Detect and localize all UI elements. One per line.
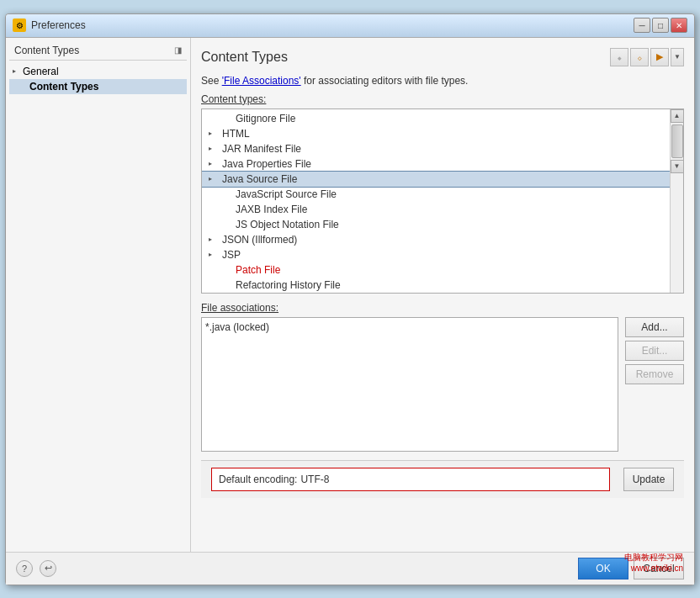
minimize-button[interactable]: ─ [634, 18, 650, 33]
sidebar-general-label: General [23, 66, 59, 77]
ct-label: Java Source File [222, 173, 297, 185]
ct-item-java-properties[interactable]: ▸ Java Properties File [202, 156, 670, 172]
add-button[interactable]: Add... [625, 317, 684, 337]
ct-item-jsp[interactable]: ▸ JSP [202, 247, 670, 262]
ct-label: Java Properties File [222, 158, 311, 170]
ct-label: JSP [222, 249, 241, 261]
footer-left: ? ↩ [16, 560, 56, 577]
encoding-value: UTF-8 [300, 474, 329, 485]
scroll-up-button[interactable]: ▲ [671, 109, 684, 123]
expand-triangle-icon: ▸ [13, 67, 19, 75]
ct-item-patch-file[interactable]: Patch File [202, 262, 670, 278]
ct-expand-icon: ▸ [209, 145, 219, 152]
content-types-label: Content types: [201, 93, 684, 105]
ct-label: JavaScript Source File [236, 188, 337, 200]
ct-label: Refactoring History File [236, 279, 341, 291]
file-associations-section: File associations: *.java (locked) Add..… [201, 302, 684, 452]
restore-defaults-icon[interactable]: ↩ [40, 560, 56, 577]
ct-item-gitignore[interactable]: Gitignore File [202, 111, 670, 126]
ct-item-jar-manifest[interactable]: ▸ JAR Manifest File [202, 141, 670, 156]
sidebar-header: Content Types ◨ [9, 41, 187, 61]
ct-expand-icon: ▸ [209, 130, 219, 137]
forward-arrow-button[interactable]: ▶ [650, 48, 669, 66]
maximize-button[interactable]: □ [652, 18, 669, 33]
window-icon: ⚙ [13, 19, 26, 32]
ct-item-jaxb-index[interactable]: JAXB Index File [202, 202, 670, 217]
scroll-thumb[interactable] [671, 124, 683, 158]
title-controls: ─ □ ✕ [634, 18, 687, 33]
panel-header: Content Types ⬥ ⬦ ▶ ▼ [201, 48, 684, 66]
preferences-window: ⚙ Preferences ─ □ ✕ Content Types ◨ ▸ Ge… [5, 13, 695, 585]
description-suffix: for associating editors with file types. [301, 75, 469, 87]
ct-expand-icon: ▸ [209, 251, 219, 258]
ct-item-js-object-notation[interactable]: JS Object Notation File [202, 217, 670, 232]
ok-button[interactable]: OK [578, 558, 628, 579]
ct-label: JS Object Notation File [236, 219, 339, 230]
ct-expand-icon: ▸ [209, 175, 219, 183]
file-assoc-buttons: Add... Edit... Remove [625, 317, 684, 452]
nav-dropdown-button[interactable]: ▼ [671, 48, 684, 66]
ct-item-java-source[interactable]: ▸ Java Source File [202, 172, 670, 187]
file-assoc-list[interactable]: *.java (locked) [201, 317, 618, 452]
footer: ? ↩ OK Cancel [6, 552, 694, 585]
ct-label: JAR Manifest File [222, 143, 301, 155]
main-content: Content Types ◨ ▸ General Content Types … [6, 38, 694, 552]
edit-button[interactable]: Edit... [625, 341, 684, 361]
title-bar-left: ⚙ Preferences [13, 19, 86, 32]
encoding-label: Default encoding: [219, 474, 297, 485]
watermark-line1: 电脑教程学习网 [624, 552, 683, 564]
ct-expand-icon: ▸ [209, 160, 219, 167]
file-associations-link[interactable]: 'File Associations' [222, 75, 301, 87]
window-title: Preferences [31, 19, 86, 31]
close-button[interactable]: ✕ [671, 18, 687, 33]
sidebar-item-content-types[interactable]: Content Types [9, 79, 187, 94]
back-button[interactable]: ⬥ [610, 48, 628, 66]
forward-button[interactable]: ⬦ [630, 48, 649, 66]
ct-label: JSON (Illformed) [222, 234, 297, 246]
panel-nav-buttons: ⬥ ⬦ ▶ ▼ [610, 48, 684, 66]
sidebar-item-general[interactable]: ▸ General [9, 64, 187, 79]
ct-item-javascript-source[interactable]: JavaScript Source File [202, 187, 670, 202]
content-types-box: Gitignore File ▸ HTML ▸ JAR Manifest Fil… [201, 108, 684, 294]
update-button[interactable]: Update [623, 468, 674, 491]
help-icon[interactable]: ? [16, 560, 33, 577]
ct-label: JAXB Index File [236, 204, 307, 215]
description-prefix: See [201, 75, 222, 87]
sidebar-collapse-button[interactable]: ◨ [174, 45, 182, 55]
sidebar-title: Content Types [14, 45, 79, 56]
file-assoc-row: *.java (locked) Add... Edit... Remove [201, 317, 684, 452]
title-bar: ⚙ Preferences ─ □ ✕ [6, 14, 694, 38]
encoding-box: Default encoding: UTF-8 [211, 468, 610, 491]
watermark: 电脑教程学习网 www.etwiki.cn [624, 552, 683, 573]
ct-item-refactoring-history[interactable]: Refactoring History File [202, 278, 670, 293]
watermark-line2: www.etwiki.cn [624, 564, 683, 573]
ct-label: Patch File [236, 264, 280, 276]
ct-item-json-illformed[interactable]: ▸ JSON (Illformed) [202, 232, 670, 247]
sidebar: Content Types ◨ ▸ General Content Types [6, 38, 191, 552]
file-assoc-item: *.java (locked) [205, 321, 269, 333]
file-assoc-label: File associations: [201, 302, 684, 314]
description-text: See 'File Associations' for associating … [201, 75, 684, 87]
remove-button[interactable]: Remove [625, 364, 684, 384]
ct-label: Gitignore File [236, 113, 295, 124]
right-panel: Content Types ⬥ ⬦ ▶ ▼ See 'File Associat… [191, 38, 694, 552]
ct-expand-icon: ▸ [209, 235, 219, 243]
panel-title: Content Types [201, 50, 288, 65]
ct-item-html[interactable]: ▸ HTML [202, 126, 670, 141]
scroll-down-button[interactable]: ▼ [671, 160, 684, 173]
ct-label: HTML [222, 128, 250, 140]
sidebar-content-types-label: Content Types [29, 81, 98, 93]
content-types-scrollbar[interactable]: ▲ ▼ [670, 109, 683, 293]
content-types-list[interactable]: Gitignore File ▸ HTML ▸ JAR Manifest Fil… [202, 109, 670, 293]
encoding-bar: Default encoding: UTF-8 Update [201, 460, 684, 498]
